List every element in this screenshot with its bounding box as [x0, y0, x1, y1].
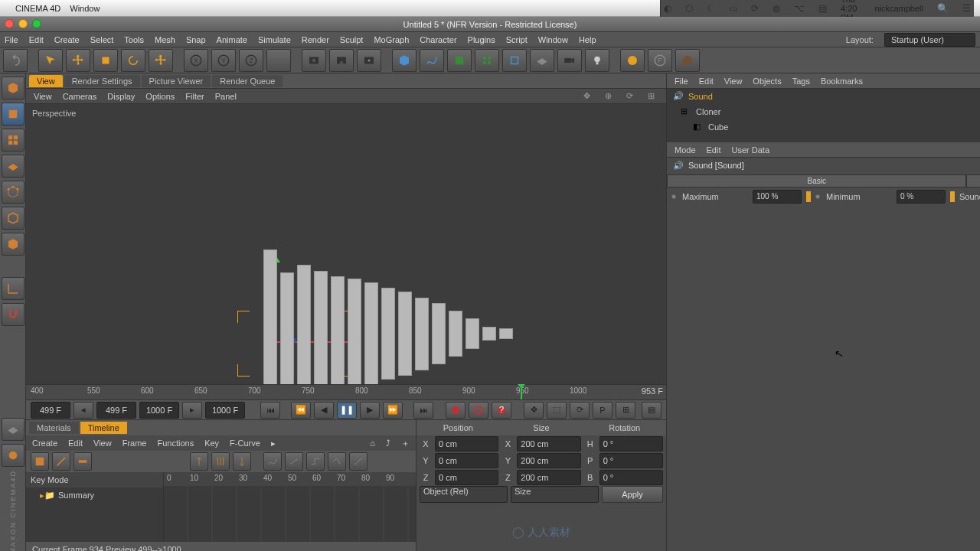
tlm-frame[interactable]: Frame [122, 439, 147, 448]
axis-mode-icon[interactable] [2, 277, 24, 300]
tl-curve1-icon[interactable] [263, 452, 282, 471]
param-key-icon[interactable]: P [593, 402, 612, 419]
scale-icon[interactable] [93, 49, 118, 72]
rot-h-field[interactable]: 0 ° [599, 436, 663, 452]
tl-curve4-icon[interactable] [328, 452, 346, 471]
add-spline-icon[interactable] [420, 49, 444, 72]
menu-character[interactable]: Character [420, 35, 456, 44]
menu-sculpt[interactable]: Sculpt [340, 35, 364, 44]
omm-bookmarks[interactable]: Bookmarks [821, 77, 863, 86]
moon-icon[interactable]: ☾ [707, 3, 715, 14]
menu-animate[interactable]: Animate [217, 35, 247, 44]
display-icon[interactable]: ▭ [729, 3, 737, 14]
render-pv-icon[interactable] [329, 49, 354, 72]
tlm-key[interactable]: Key [204, 439, 219, 448]
coord-space-select[interactable]: Object (Rel) [420, 486, 508, 503]
add-array-icon[interactable] [475, 49, 499, 72]
menu-render[interactable]: Render [302, 35, 329, 44]
bt-icon[interactable]: ⌥ [794, 3, 805, 14]
edge-mode-icon[interactable] [2, 207, 24, 230]
menu-edit[interactable]: Edit [29, 35, 44, 44]
vp-nav4-icon[interactable]: ⊞ [648, 91, 658, 102]
scale-key-icon[interactable]: ⬚ [547, 402, 567, 419]
time-ruler[interactable]: 400 550 600 650 700 750 800 850 900 950 … [26, 384, 666, 399]
model-mode-icon[interactable] [2, 103, 24, 126]
x-axis-icon[interactable]: X [184, 49, 208, 72]
menu-simulate[interactable]: Simulate [258, 35, 291, 44]
object-manager[interactable]: 🔊 Sound ⊞ Cloner ◧ Cube [667, 89, 980, 142]
rot-p-field[interactable]: 0 ° [599, 453, 663, 468]
move-icon[interactable] [66, 49, 90, 72]
dope-sheet[interactable]: 0 10 20 30 40 50 60 70 80 90 [164, 472, 416, 542]
menu-window[interactable]: Window [538, 35, 568, 44]
range-end-field[interactable]: 1000 F [139, 402, 179, 419]
pos-key-icon[interactable]: ✥ [524, 402, 544, 419]
minimize-icon[interactable] [18, 19, 28, 28]
tab-render-queue[interactable]: Render Queue [212, 75, 283, 87]
tl-key2-icon[interactable] [211, 452, 230, 471]
tlm-edit[interactable]: Edit [68, 439, 83, 448]
size-y-field[interactable]: 200 cm [517, 453, 580, 468]
poly-mode-icon[interactable] [2, 233, 24, 256]
tl-curve5-icon[interactable] [349, 452, 368, 471]
size-x-field[interactable]: 200 cm [517, 436, 580, 452]
omm-edit[interactable]: Edit [699, 77, 714, 86]
flag-icon[interactable]: ▤ [818, 3, 827, 14]
pos-z-field[interactable]: 0 cm [435, 470, 498, 485]
goto-end-icon[interactable]: ⏭ [413, 402, 433, 419]
coord-size-select[interactable]: Size [511, 486, 599, 503]
autokey-icon[interactable] [469, 402, 488, 419]
tab-picture-viewer[interactable]: Picture Viewer [142, 75, 211, 87]
close-icon[interactable] [5, 19, 14, 28]
vm-display[interactable]: Display [107, 92, 135, 101]
user[interactable]: nickcampbell [874, 4, 923, 13]
tag-f-icon[interactable]: F [648, 49, 672, 72]
tlm-more-icon[interactable]: ▸ [271, 439, 276, 448]
rotate-icon[interactable] [121, 49, 145, 72]
menu-script[interactable]: Script [506, 35, 528, 44]
tlm-view[interactable]: View [93, 439, 112, 448]
timeline-open-icon[interactable]: ▤ [642, 402, 662, 419]
omm-view[interactable]: View [724, 77, 743, 86]
snap-icon[interactable] [2, 303, 24, 326]
vm-options[interactable]: Options [145, 92, 175, 101]
keyopt-icon[interactable]: ? [492, 402, 511, 419]
tlm-create[interactable]: Create [32, 439, 57, 448]
total-frames-field[interactable]: 1000 F [205, 402, 245, 419]
apply-button[interactable]: Apply [602, 486, 663, 503]
obj-cube[interactable]: Cube [708, 122, 728, 132]
point-mode-icon[interactable] [2, 181, 24, 204]
goto-start-icon[interactable]: ⏮ [260, 402, 280, 419]
vm-panel[interactable]: Panel [215, 92, 237, 101]
tlm-lock-icon[interactable]: ⤴ [386, 439, 390, 448]
tl-mode1-icon[interactable] [31, 452, 49, 471]
pla-key-icon[interactable]: ⊞ [616, 402, 635, 419]
vm-filter[interactable]: Filter [185, 92, 204, 101]
playhead[interactable] [521, 385, 522, 399]
tl-curve3-icon[interactable] [306, 452, 325, 471]
pos-y-field[interactable]: 0 cm [435, 453, 498, 468]
tlm-home-icon[interactable]: ⌂ [370, 439, 375, 448]
tl-curve2-icon[interactable] [285, 452, 303, 471]
tl-key1-icon[interactable] [190, 452, 208, 471]
wifi-icon[interactable]: ◍ [773, 3, 780, 14]
menu-tools[interactable]: Tools [124, 35, 144, 44]
omm-file[interactable]: File [675, 77, 688, 86]
render-settings-icon[interactable] [357, 49, 381, 72]
vp-nav1-icon[interactable]: ✥ [583, 91, 594, 102]
menu-mograph[interactable]: MoGraph [374, 35, 409, 44]
add-cube-icon[interactable] [392, 49, 416, 72]
app-name[interactable]: CINEMA 4D [15, 4, 60, 13]
timeline-tree[interactable]: Key Mode ▸📁Summary [26, 472, 164, 542]
obj-sound[interactable]: Sound [688, 92, 713, 101]
vp-nav2-icon[interactable]: ⊕ [605, 91, 616, 102]
menu-help[interactable]: Help [579, 35, 596, 44]
tab-materials[interactable]: Materials [29, 422, 79, 434]
prev-frame-icon[interactable]: ◀ [314, 402, 334, 419]
zoom-icon[interactable] [32, 19, 41, 28]
omm-tags[interactable]: Tags [792, 77, 810, 86]
atm-userdata[interactable]: User Data [732, 145, 770, 155]
atm-edit[interactable]: Edit [707, 145, 721, 155]
menu-select[interactable]: Select [90, 35, 114, 44]
z-axis-icon[interactable]: Z [239, 49, 263, 72]
